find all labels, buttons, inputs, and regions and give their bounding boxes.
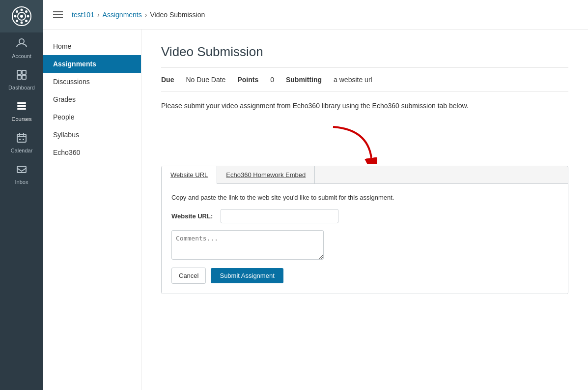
url-input[interactable] <box>221 209 338 223</box>
svg-point-3 <box>21 9 23 11</box>
sidebar-item-grades[interactable]: Grades <box>43 90 141 108</box>
account-icon <box>16 37 28 51</box>
nav-item-dashboard[interactable]: Dashboard <box>0 64 43 95</box>
arrow-wrapper <box>161 124 568 164</box>
due-value: No Due Date <box>186 76 225 84</box>
svg-rect-20 <box>19 139 21 140</box>
points-value: 0 <box>270 76 274 84</box>
submit-assignment-button[interactable]: Submit Assignment <box>211 268 283 283</box>
top-bar: test101 › Assignments › Video Submission <box>43 0 588 30</box>
svg-rect-15 <box>22 75 26 79</box>
hamburger-menu[interactable] <box>53 11 63 18</box>
url-tab-description: Copy and paste the link to the web site … <box>171 194 558 201</box>
svg-rect-17 <box>17 105 26 107</box>
svg-point-6 <box>27 15 29 18</box>
submission-area: Website URL Echo360 Homework Embed Copy … <box>161 166 568 294</box>
global-nav: Account Dashboard Courses <box>0 0 43 390</box>
svg-point-11 <box>19 39 24 44</box>
cancel-button[interactable]: Cancel <box>171 268 206 284</box>
breadcrumb-sep-2: › <box>145 11 147 19</box>
url-form-row: Website URL: <box>171 209 558 223</box>
canvas-logo[interactable] <box>0 0 43 32</box>
svg-rect-12 <box>17 70 21 74</box>
due-label: Due <box>161 76 174 84</box>
courses-icon <box>16 100 28 114</box>
svg-rect-19 <box>17 134 26 142</box>
breadcrumb-course[interactable]: test101 <box>72 11 94 19</box>
tab-echo360-embed[interactable]: Echo360 Homework Embed <box>217 166 315 183</box>
submission-tabs: Website URL Echo360 Homework Embed <box>162 166 568 184</box>
breadcrumb-assignments[interactable]: Assignments <box>103 11 142 19</box>
calendar-label: Calendar <box>11 148 33 153</box>
tab-website-url[interactable]: Website URL <box>162 166 217 184</box>
main-layout: Home Assignments Discussions Grades Peop… <box>43 30 588 390</box>
nav-item-courses[interactable]: Courses <box>0 95 43 127</box>
svg-point-9 <box>25 10 28 13</box>
submitting-label: Submitting <box>286 76 322 84</box>
course-sidebar: Home Assignments Discussions Grades Peop… <box>43 30 141 390</box>
points-label: Points <box>237 76 258 84</box>
title-divider <box>161 67 568 68</box>
content-area: test101 › Assignments › Video Submission… <box>43 0 588 390</box>
svg-rect-16 <box>17 102 26 104</box>
nav-item-calendar[interactable]: Calendar <box>0 127 43 158</box>
meta-divider <box>161 91 568 92</box>
comments-textarea[interactable] <box>171 230 324 260</box>
sidebar-item-people[interactable]: People <box>43 108 141 126</box>
svg-rect-18 <box>17 108 26 110</box>
inbox-icon <box>16 163 28 177</box>
sidebar-item-syllabus[interactable]: Syllabus <box>43 126 141 144</box>
svg-point-2 <box>20 15 23 18</box>
breadcrumb: test101 › Assignments › Video Submission <box>72 11 205 19</box>
breadcrumb-current: Video Submission <box>150 11 205 19</box>
sidebar-item-discussions[interactable]: Discussions <box>43 73 141 90</box>
red-arrow-icon <box>328 124 377 164</box>
form-actions: Cancel Submit Assignment <box>171 268 558 284</box>
dashboard-icon <box>16 69 28 83</box>
url-label: Website URL: <box>171 212 216 220</box>
svg-point-8 <box>25 20 28 22</box>
nav-item-account[interactable]: Account <box>0 32 43 64</box>
courses-label: Courses <box>12 116 32 122</box>
svg-point-4 <box>21 22 23 24</box>
submitting-value: a website url <box>334 76 372 84</box>
svg-point-5 <box>14 15 17 18</box>
nav-item-inbox[interactable]: Inbox <box>0 158 43 190</box>
sidebar-item-home[interactable]: Home <box>43 37 141 55</box>
calendar-icon <box>16 132 28 146</box>
svg-rect-13 <box>22 70 26 74</box>
svg-point-7 <box>16 10 18 13</box>
svg-rect-21 <box>23 139 24 140</box>
sidebar-item-echo360[interactable]: Echo360 <box>43 144 141 161</box>
breadcrumb-sep-1: › <box>97 11 100 19</box>
svg-point-10 <box>16 20 18 22</box>
page-title: Video Submission <box>161 44 568 60</box>
page-content: Video Submission Due No Due Date Points … <box>141 30 588 390</box>
svg-rect-14 <box>17 75 21 79</box>
tab-content-website-url: Copy and paste the link to the web site … <box>162 184 568 294</box>
inbox-label: Inbox <box>15 179 28 185</box>
assignment-meta: Due No Due Date Points 0 Submitting a we… <box>161 76 568 84</box>
account-label: Account <box>12 53 31 59</box>
assignment-description: Please submit your video assignment from… <box>161 102 568 110</box>
sidebar-item-assignments[interactable]: Assignments <box>43 55 141 73</box>
dashboard-label: Dashboard <box>8 85 35 90</box>
